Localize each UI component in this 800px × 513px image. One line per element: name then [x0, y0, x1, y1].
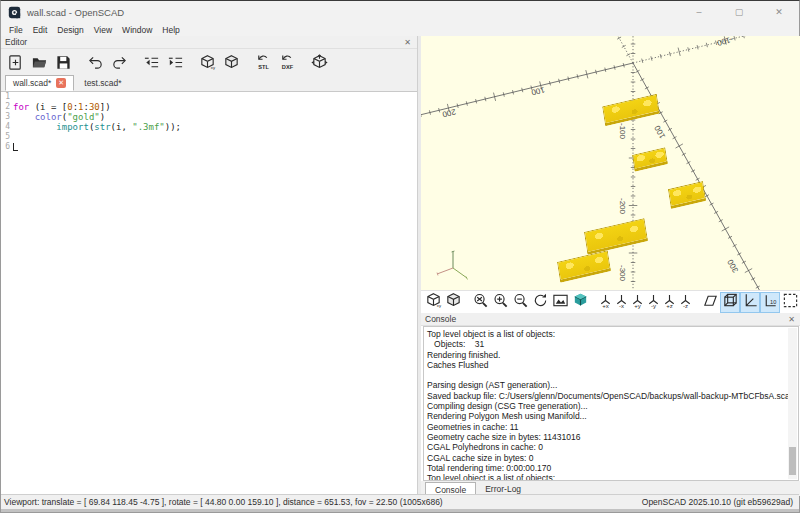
print-3d-button[interactable]: [307, 50, 331, 74]
console-line: CGAL Polyhedrons in cache: 0: [427, 442, 798, 452]
editor-tab-wallscad[interactable]: wall.scad*✕: [5, 75, 74, 91]
window-title: wall.scad - OpenSCAD: [27, 7, 124, 18]
svg-text:+y: +y: [634, 302, 642, 309]
viewport-status-text: Viewport: translate = [ 69.84 118.45 -4.…: [4, 497, 443, 507]
menu-design[interactable]: Design: [52, 25, 88, 35]
svg-text:-z: -z: [682, 302, 687, 309]
render-button[interactable]: [219, 50, 243, 74]
render-icon: [223, 54, 240, 71]
code-token: [13, 122, 56, 132]
svg-text:+z: +z: [666, 302, 673, 309]
orthographic-button[interactable]: [720, 292, 740, 313]
menu-file[interactable]: File: [4, 25, 28, 35]
show-scale-markers-button[interactable]: 10: [760, 292, 780, 313]
line-number: 3: [1, 112, 13, 122]
open-button[interactable]: [27, 50, 51, 74]
console-log[interactable]: Top level object is a list of objects: O…: [423, 326, 799, 481]
svg-text:xy: xy: [210, 64, 215, 69]
view-plus-y-button[interactable]: +y: [629, 292, 645, 313]
console-scrollbar[interactable]: [788, 328, 797, 479]
preview-button[interactable]: xy: [423, 292, 443, 313]
menu-help[interactable]: Help: [157, 25, 184, 35]
colored-render-icon: [572, 292, 589, 313]
console-scrollbar-thumb[interactable]: [789, 447, 796, 475]
close-icon: ✕: [775, 7, 783, 17]
console-line: CGAL cache size in bytes: 0: [427, 453, 798, 463]
console-dock-close-icon[interactable]: ✕: [788, 315, 800, 324]
window-controls: – ▢ ✕: [679, 1, 799, 23]
tab-label: test.scad*: [84, 78, 121, 88]
reset-view-icon: [532, 292, 549, 313]
code-token: 30: [89, 102, 100, 112]
perspective-button[interactable]: [700, 292, 720, 313]
console-line: Rendering Polygon Mesh using Manifold...: [427, 411, 798, 421]
zoom-out-icon: [512, 292, 529, 313]
editor-dock-close-icon[interactable]: ✕: [404, 38, 417, 47]
3d-viewport[interactable]: 200100-100100300-100-200-300: [421, 36, 800, 290]
editor-dock-header: Editor ✕: [1, 36, 417, 49]
view-minus-z-icon: -z: [678, 292, 693, 313]
zoom-out-button[interactable]: [510, 292, 530, 313]
maximize-button[interactable]: ▢: [719, 1, 759, 23]
view-plus-x-button[interactable]: +x: [597, 292, 613, 313]
code-token: ".3mf": [132, 122, 165, 132]
code-line: 4 import(str(i, ".3mf"));: [1, 122, 417, 132]
view-all-button[interactable]: [780, 292, 800, 313]
render-button[interactable]: [443, 292, 463, 313]
new-file-icon: [7, 54, 24, 71]
editor-dock: Editor ✕ xySTLDXF wall.scad*✕test.scad* …: [1, 36, 418, 494]
code-token: color: [35, 112, 62, 122]
colored-render-button[interactable]: [570, 292, 590, 313]
unindent-button[interactable]: [139, 50, 163, 74]
view-minus-y-icon: -y: [646, 292, 661, 313]
redo-button[interactable]: [107, 50, 131, 74]
editor-tab-testscad[interactable]: test.scad*: [77, 75, 128, 91]
preview-icon: xy: [199, 54, 216, 71]
zoom-in-icon: [492, 292, 509, 313]
export-dxf-button[interactable]: DXF: [275, 50, 299, 74]
titlebar: wall.scad - OpenSCAD – ▢ ✕: [1, 1, 799, 23]
code-token: [13, 112, 35, 122]
line-number: 1: [1, 92, 13, 102]
viewport-toolbar: xy+x-x+y-y+z-z10: [421, 290, 800, 313]
screenshot-button[interactable]: [550, 292, 570, 313]
code-editor[interactable]: 12for (i = [0:1:30])3 color("gold")4 imp…: [1, 92, 417, 494]
console-line: Top level object is a list of objects:: [427, 329, 798, 339]
view-plus-z-button[interactable]: +z: [661, 292, 677, 313]
orientation-gizmo: [433, 246, 477, 286]
code-line: 1: [1, 92, 417, 102]
console-line: Geometries in cache: 11: [427, 422, 798, 432]
indent-button[interactable]: [163, 50, 187, 74]
code-token: import: [56, 122, 89, 132]
screenshot-icon: [552, 292, 569, 313]
save-button[interactable]: [51, 50, 75, 74]
perspective-icon: [702, 292, 719, 313]
preview-button[interactable]: xy: [195, 50, 219, 74]
tab-close-icon[interactable]: ✕: [56, 78, 66, 88]
console-dock-title: Console: [421, 314, 456, 324]
undo-icon: [87, 54, 104, 71]
view-minus-y-button[interactable]: -y: [645, 292, 661, 313]
line-number: 2: [1, 102, 13, 112]
menu-window[interactable]: Window: [117, 25, 157, 35]
export-stl-button[interactable]: STL: [251, 50, 275, 74]
minimize-button[interactable]: –: [679, 1, 719, 23]
zoom-in-button[interactable]: [490, 292, 510, 313]
save-icon: [55, 54, 72, 71]
minimize-icon: –: [696, 7, 701, 17]
openscad-window: wall.scad - OpenSCAD – ▢ ✕ FileEditDesig…: [0, 0, 800, 513]
show-axes-button[interactable]: [740, 292, 760, 313]
tab-label: wall.scad*: [13, 78, 51, 88]
svg-text:DXF: DXF: [281, 63, 293, 69]
new-file-button[interactable]: [3, 50, 27, 74]
undo-button[interactable]: [83, 50, 107, 74]
zoom-all-button[interactable]: [470, 292, 490, 313]
menu-view[interactable]: View: [89, 25, 117, 35]
view-minus-z-button[interactable]: -z: [677, 292, 693, 313]
menu-edit[interactable]: Edit: [28, 25, 53, 35]
orthographic-icon: [722, 292, 739, 313]
close-button[interactable]: ✕: [759, 1, 799, 23]
reset-view-button[interactable]: [530, 292, 550, 313]
console-line: Caches Flushed: [427, 360, 798, 370]
view-minus-x-button[interactable]: -x: [613, 292, 629, 313]
